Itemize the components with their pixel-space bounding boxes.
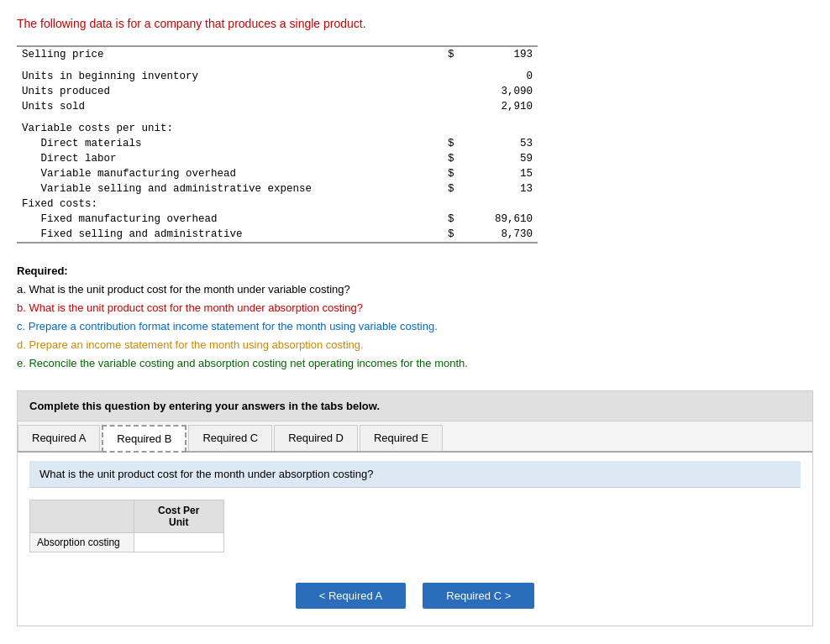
row-var-costs-value — [459, 121, 538, 136]
absorption-costing-input[interactable] — [141, 537, 217, 548]
row-fixed-costs-dollar — [429, 196, 459, 212]
row-fixed-sga-dollar: $ — [429, 227, 459, 243]
absorption-input-cell[interactable] — [134, 532, 223, 552]
req-item-c: c. Prepare a contribution format income … — [17, 317, 813, 336]
tab-required-b[interactable]: Required B — [102, 425, 186, 453]
complete-banner: Complete this question by entering your … — [17, 390, 813, 421]
row-fixed-sga-value: 8,730 — [459, 227, 538, 243]
required-section: Required: a. What is the unit product co… — [17, 262, 813, 374]
absorption-label: Absorption costing — [30, 532, 134, 552]
nav-buttons: < Required A Required C > — [29, 569, 801, 617]
req-item-e: e. Reconcile the variable costing and ab… — [17, 354, 813, 373]
row-fixed-mfg-value: 89,610 — [459, 212, 538, 227]
row-direct-labor-dollar: $ — [429, 151, 459, 166]
row-fixed-costs-value — [459, 196, 538, 212]
answer-table-empty-header — [30, 500, 134, 532]
row-fixed-costs-label: Fixed costs: — [17, 196, 429, 212]
row-var-costs-dollar — [429, 121, 459, 136]
row-var-mfg-dollar: $ — [429, 166, 459, 181]
row-var-mfg-label: Variable manufacturing overhead — [17, 166, 429, 181]
prev-button[interactable]: < Required A — [296, 583, 407, 609]
row-var-sga-dollar: $ — [429, 181, 459, 196]
req-item-a: a. What is the unit product cost for the… — [17, 280, 813, 299]
row-units-produced-label: Units produced — [17, 84, 429, 99]
answer-table: Cost Per Unit Absorption costing — [29, 500, 224, 552]
row-var-sga-value: 13 — [459, 181, 538, 196]
tabs-container: Required A Required B Required C Require… — [17, 421, 813, 626]
answer-row-absorption: Absorption costing — [30, 532, 224, 552]
tabs-row: Required A Required B Required C Require… — [18, 421, 812, 453]
row-fixed-mfg-dollar: $ — [429, 212, 459, 227]
row-beg-inv-value: 0 — [459, 69, 538, 84]
row-direct-mat-label: Direct materials — [17, 136, 429, 151]
row-direct-labor-label: Direct labor — [17, 151, 429, 166]
tab-required-a[interactable]: Required A — [18, 425, 100, 451]
intro-text: The following data is for a company that… — [17, 17, 813, 30]
row-units-produced-dollar — [429, 84, 459, 99]
spacer-1 — [17, 62, 538, 69]
tab-required-d[interactable]: Required D — [274, 425, 358, 451]
row-var-sga-label: Variable selling and administrative expe… — [17, 181, 429, 196]
row-fixed-sga-label: Fixed selling and administrative — [17, 227, 429, 243]
tab-content-b: What is the unit product cost for the mo… — [18, 453, 812, 626]
row-direct-mat-value: 53 — [459, 136, 538, 151]
row-var-mfg-value: 15 — [459, 166, 538, 181]
row-direct-labor-value: 59 — [459, 151, 538, 166]
next-button[interactable]: Required C > — [423, 583, 534, 609]
data-table: Selling price $ 193 Units in beginning i… — [17, 45, 538, 243]
question-text: What is the unit product cost for the mo… — [29, 461, 801, 488]
req-item-b: b. What is the unit product cost for the… — [17, 299, 813, 317]
required-label: Required: — [17, 264, 68, 277]
row-selling-price-value: 193 — [459, 46, 538, 62]
row-selling-price-dollar: $ — [429, 46, 459, 62]
row-units-produced-value: 3,090 — [459, 84, 538, 99]
answer-table-cost-header: Cost Per Unit — [134, 500, 223, 532]
tab-required-c[interactable]: Required C — [188, 425, 272, 451]
tab-required-e[interactable]: Required E — [360, 425, 443, 451]
row-units-sold-value: 2,910 — [459, 99, 538, 114]
row-selling-price-label: Selling price — [17, 46, 429, 62]
row-units-sold-label: Units sold — [17, 99, 429, 114]
row-var-costs-label: Variable costs per unit: — [17, 121, 429, 136]
row-direct-mat-dollar: $ — [429, 136, 459, 151]
spacer-2 — [17, 114, 538, 121]
row-beg-inv-dollar — [429, 69, 459, 84]
row-units-sold-dollar — [429, 99, 459, 114]
req-item-d: d. Prepare an income statement for the m… — [17, 336, 813, 354]
row-beg-inv-label: Units in beginning inventory — [17, 69, 429, 84]
row-fixed-mfg-label: Fixed manufacturing overhead — [17, 212, 429, 227]
